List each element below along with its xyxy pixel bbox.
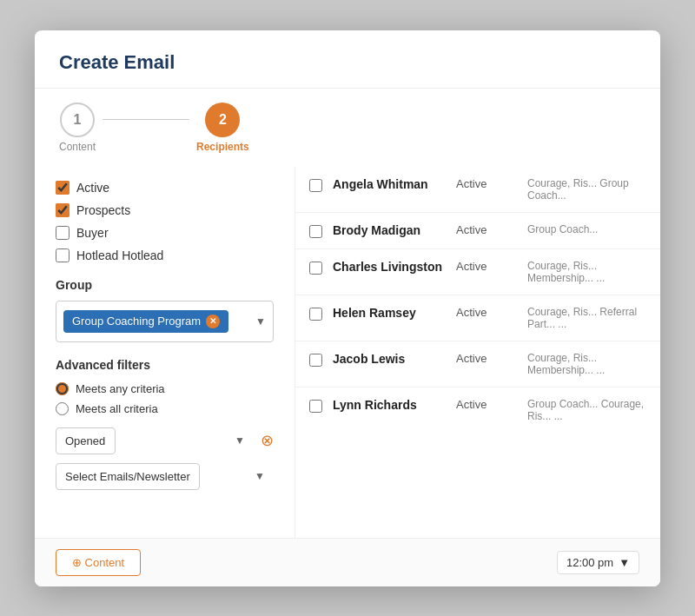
contact-checkbox-3[interactable]	[309, 308, 322, 321]
contact-row: Lynn Richards Active Group Coach... Cour…	[295, 387, 660, 433]
contact-name-4: Jacob Lewis	[333, 352, 446, 366]
checkbox-active-input[interactable]	[56, 181, 70, 195]
contact-status-5: Active	[456, 398, 517, 411]
back-button[interactable]: ⊕ Content	[56, 549, 141, 576]
radio-group: Meets any criteria Meets all criteria	[56, 382, 274, 415]
opened-select[interactable]: Opened	[56, 427, 116, 454]
contact-row: Charles Livingston Active Courage, Ris..…	[295, 249, 660, 295]
contact-checkbox-2[interactable]	[309, 262, 322, 275]
contact-row: Angela Whitman Active Courage, Ris... Gr…	[295, 167, 660, 213]
modal-container: Create Email 1 Content 2 Recipients Acti…	[35, 30, 660, 586]
contact-status-0: Active	[456, 177, 517, 190]
steps-row: 1 Content 2 Recipients	[35, 89, 660, 167]
contact-tags-1: Group Coach...	[527, 223, 646, 235]
radio-all-criteria[interactable]: Meets all criteria	[56, 402, 274, 415]
group-dropdown-icon[interactable]: ▼	[255, 315, 266, 328]
newsletter-select-wrapper: Select Emails/Newsletter ▼	[56, 463, 274, 490]
modal-footer: ⊕ Content 12:00 pm ▼	[35, 538, 660, 586]
radio-all-input[interactable]	[56, 402, 69, 415]
advanced-filters-label: Advanced filters	[56, 358, 274, 372]
newsletter-select[interactable]: Select Emails/Newsletter	[56, 463, 200, 490]
modal-title: Create Email	[59, 51, 636, 74]
contact-name-5: Lynn Richards	[333, 398, 446, 412]
contact-name-1: Brody Madigan	[333, 223, 446, 237]
contact-row: Jacob Lewis Active Courage, Ris... Membe…	[295, 341, 660, 387]
contact-name-0: Angela Whitman	[333, 177, 446, 191]
radio-any-input[interactable]	[56, 382, 69, 395]
contact-checkbox-1[interactable]	[309, 225, 322, 238]
contact-tags-0: Courage, Ris... Group Coach...	[527, 177, 646, 202]
group-tag-container: Group Coaching Program ✕ ▼	[56, 301, 274, 342]
remove-opened-filter-button[interactable]: ⊗	[261, 431, 274, 450]
contact-status-4: Active	[456, 352, 517, 365]
contact-status-1: Active	[456, 223, 517, 236]
contact-name-2: Charles Livingston	[333, 260, 446, 274]
contact-tags-3: Courage, Ris... Referral Part... ...	[527, 306, 646, 330]
contacts-panel: Angela Whitman Active Courage, Ris... Gr…	[295, 167, 660, 538]
checkbox-hotlead-input[interactable]	[56, 248, 70, 262]
checkbox-prospects[interactable]: Prospects	[56, 203, 274, 217]
contact-name-3: Helen Ramsey	[333, 306, 446, 320]
contact-tags-5: Group Coach... Courage, Ris... ...	[527, 398, 646, 422]
checkbox-active[interactable]: Active	[56, 181, 274, 195]
group-label: Group	[56, 278, 274, 292]
opened-chevron-icon: ▼	[235, 434, 245, 447]
time-chevron-icon: ▼	[619, 556, 630, 569]
contact-checkbox-0[interactable]	[309, 179, 322, 192]
step-1-label: Content	[59, 141, 96, 153]
contact-row: Helen Ramsey Active Courage, Ris... Refe…	[295, 295, 660, 341]
contact-row: Brody Madigan Active Group Coach...	[295, 213, 660, 249]
checkbox-buyer[interactable]: Buyer	[56, 226, 274, 240]
step-1-circle: 1	[60, 103, 95, 137]
contact-checkbox-4[interactable]	[309, 354, 322, 367]
step-2-label: Recipients	[196, 141, 249, 153]
modal-body: Active Prospects Buyer Hotlead Hotlead G…	[35, 167, 660, 538]
contact-tags-4: Courage, Ris... Membership... ...	[527, 352, 646, 376]
contact-status-3: Active	[456, 306, 517, 319]
modal-header: Create Email	[35, 30, 660, 89]
step-2-circle: 2	[205, 103, 240, 137]
contact-tags-2: Courage, Ris... Membership... ...	[527, 260, 646, 284]
checkbox-hotlead[interactable]: Hotlead Hotlead	[56, 248, 274, 262]
newsletter-chevron-icon: ▼	[255, 470, 265, 482]
step-connector	[103, 119, 189, 120]
remove-group-tag-button[interactable]: ✕	[206, 315, 220, 328]
step-2: 2 Recipients	[196, 103, 249, 153]
contact-status-2: Active	[456, 260, 517, 273]
left-panel: Active Prospects Buyer Hotlead Hotlead G…	[35, 167, 295, 538]
contact-checkbox-5[interactable]	[309, 400, 322, 413]
opened-filter-row: Opened ▼ ⊗	[56, 427, 274, 454]
radio-any-criteria[interactable]: Meets any criteria	[56, 382, 274, 395]
checkbox-prospects-input[interactable]	[56, 203, 70, 217]
time-selector[interactable]: 12:00 pm ▼	[557, 551, 639, 574]
newsletter-filter-row: Select Emails/Newsletter ▼	[56, 463, 274, 490]
step-1: 1 Content	[59, 103, 96, 153]
filter-checkboxes: Active Prospects Buyer Hotlead Hotlead	[56, 181, 274, 262]
opened-select-wrapper: Opened ▼	[56, 427, 254, 454]
checkbox-buyer-input[interactable]	[56, 226, 70, 240]
group-tag: Group Coaching Program ✕	[63, 310, 228, 333]
